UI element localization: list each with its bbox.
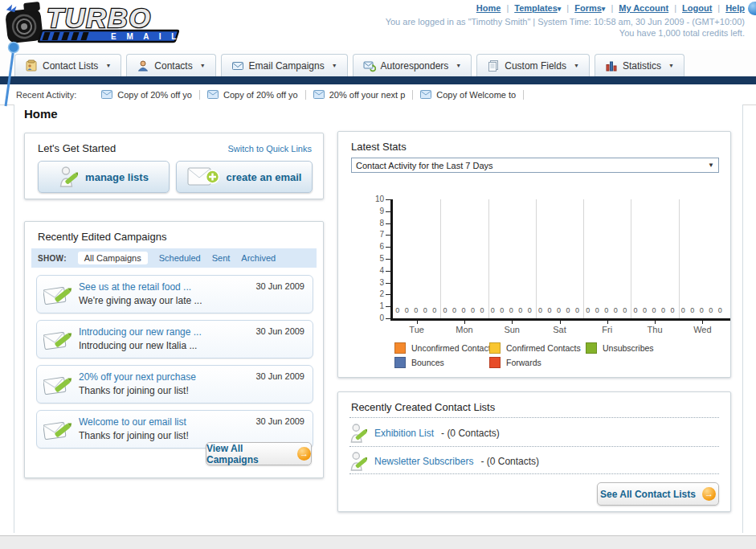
legend-label: Unsubscribes <box>603 343 654 353</box>
campaign-subtitle: Introducing our new Italia ... <box>79 340 197 351</box>
legend-swatch <box>586 342 597 354</box>
campaign-title-link[interactable]: Welcome to our email list <box>79 416 186 428</box>
contact-list-item[interactable]: Newsletter Subscribers - (0 Contacts) <box>349 451 539 472</box>
x-axis <box>390 318 730 321</box>
top-nav-link-label: Home <box>476 3 501 13</box>
dotted-divider <box>349 446 719 447</box>
campaign-title-link[interactable]: See us at the retail food ... <box>79 281 191 293</box>
legend-item: Confirmed Contacts <box>489 342 581 354</box>
gridline <box>488 199 489 318</box>
manage-lists-button[interactable]: manage lists <box>38 161 170 193</box>
top-nav-link-label: Help <box>725 3 745 13</box>
main-tab[interactable]: Contacts <box>126 54 215 76</box>
y-axis-tick-label: 6 <box>363 242 384 251</box>
campaign-title-link[interactable]: Introducing our new range ... <box>79 326 202 338</box>
login-status-text: You are logged in as "Timothy Smith" | S… <box>386 17 745 27</box>
main-tab-label: Contacts <box>154 60 192 72</box>
recent-activity-item-label: Copy of 20% off yo <box>223 90 298 100</box>
top-nav-link-label: Forms <box>574 3 605 13</box>
envelope-pencil-icon <box>43 282 74 306</box>
data-value-labels: 0 0 0 0 0 <box>394 306 439 314</box>
recent-activity-item[interactable]: 20% off your next p <box>306 90 414 100</box>
contacts-icon <box>137 59 149 72</box>
autoresponders-icon <box>363 59 376 72</box>
main-tab-bar: Contact Lists Contacts Email Campaigns A… <box>0 50 756 76</box>
campaign-filter[interactable]: Archived <box>241 253 276 263</box>
gridline <box>631 199 631 318</box>
recent-activity-item-label: 20% off your next p <box>329 90 406 100</box>
y-axis <box>390 199 393 321</box>
create-an-email-button[interactable]: create an email <box>176 161 313 193</box>
recent-activity-item[interactable]: Copy of 20% off yo <box>94 90 200 100</box>
main-tab[interactable]: Autoresponders <box>353 54 472 76</box>
campaign-date: 30 Jun 2009 <box>255 326 304 336</box>
view-all-campaigns-label: View All Campaigns <box>206 443 291 465</box>
top-nav-link[interactable]: Forms <box>574 3 619 13</box>
legend-item: Bounces <box>394 357 444 368</box>
main-tab[interactable]: Statistics <box>595 54 684 76</box>
y-axis-tick-label: 2 <box>363 289 384 298</box>
top-nav-link[interactable]: Logout <box>682 3 725 13</box>
contact-list-name-link[interactable]: Newsletter Subscribers <box>374 456 473 467</box>
logo-text-line2: E M A I L <box>111 32 180 41</box>
see-all-contact-lists-label: See All Contact Lists <box>600 489 696 500</box>
campaign-filter[interactable]: Sent <box>212 253 231 263</box>
gridline <box>583 199 584 318</box>
campaign-row[interactable]: 20% off your next purchase Thanks for jo… <box>36 365 313 404</box>
legend-label: Unconfirmed Contacts <box>411 343 495 353</box>
view-all-campaigns-button[interactable]: View All Campaigns → <box>206 442 312 465</box>
campaign-rows: See us at the retail food ... We're givi… <box>36 275 313 449</box>
mail-icon <box>207 90 219 99</box>
contact-list-item[interactable]: Exhibition List - (0 Contacts) <box>349 423 500 444</box>
campaign-filter[interactable]: Scheduled <box>159 253 201 263</box>
dotted-divider <box>349 473 719 474</box>
top-nav-link[interactable]: Home <box>476 3 514 13</box>
see-all-contact-lists-button[interactable]: See All Contact Lists → <box>597 482 719 506</box>
recent-activity-bar: Recent Activity: Copy of 20% off yo Copy… <box>0 84 756 105</box>
x-axis-tick <box>702 321 703 324</box>
switch-to-quick-links-link[interactable]: Switch to Quick Links <box>227 144 312 154</box>
campaign-title-link[interactable]: 20% off your next purchase <box>79 371 196 383</box>
campaigns-panel-title: Recently Edited Campaigns <box>38 231 166 243</box>
latest-stats-panel: Latest Stats Contact Activity for the La… <box>337 131 731 378</box>
get-started-panel: Let's Get Started Switch to Quick Links … <box>24 133 324 199</box>
person-pencil-icon <box>349 423 367 444</box>
recent-activity-items: Copy of 20% off yo Copy of 20% off yo 20… <box>94 90 524 100</box>
recently-edited-campaigns-panel: Recently Edited Campaigns SHOW: All Camp… <box>24 221 324 478</box>
envelope-pencil-icon <box>43 417 74 441</box>
create-email-button-label: create an email <box>227 171 302 183</box>
contact-list-name-link[interactable]: Exhibition List <box>374 428 434 439</box>
x-axis-tick <box>464 321 465 324</box>
main-tab[interactable]: Email Campaigns <box>221 54 348 76</box>
latest-stats-title: Latest Stats <box>351 141 407 153</box>
x-axis-tick-label: Tue <box>394 325 439 334</box>
person-pencil-icon <box>59 166 78 188</box>
campaign-subtitle: We're giving away our late ... <box>79 295 202 306</box>
main-tab[interactable]: Contact Lists <box>14 54 121 76</box>
custom-fields-icon <box>487 59 500 72</box>
main-tab[interactable]: Custom Fields <box>476 54 590 76</box>
top-nav-link[interactable]: My Account <box>619 3 682 13</box>
main-tab-label: Autoresponders <box>381 60 449 72</box>
stats-report-dropdown[interactable]: Contact Activity for the Last 7 Days ▼ <box>351 158 719 173</box>
data-value-labels: 0 0 0 0 0 <box>632 306 677 314</box>
data-value-labels: 0 0 0 0 0 <box>585 306 630 314</box>
gridline <box>679 199 680 318</box>
footer-strip <box>0 535 756 549</box>
top-nav-link[interactable]: Templates <box>514 3 574 13</box>
recent-activity-item[interactable]: Copy of 20% off yo <box>200 90 306 100</box>
campaign-row[interactable]: Introducing our new range ... Introducin… <box>36 320 313 358</box>
top-nav-link[interactable]: Help <box>725 3 745 13</box>
data-value-labels: 0 0 0 0 0 <box>537 306 582 314</box>
mail-icon <box>420 90 431 99</box>
recent-activity-item[interactable]: Copy of Welcome to <box>413 90 524 100</box>
logo-graphic: TURBO E M A I L <box>5 2 222 48</box>
contact-lists-icon <box>25 59 38 72</box>
campaign-subtitle: Thanks for joining our list! <box>79 430 189 441</box>
campaign-row[interactable]: See us at the retail food ... We're givi… <box>36 275 313 313</box>
help-bubble-icon[interactable] <box>748 2 756 15</box>
legend-item: Unsubscribes <box>586 342 654 354</box>
campaign-filter[interactable]: All Campaigns <box>78 252 148 264</box>
x-axis-tick-label: Sun <box>489 325 534 334</box>
legend-label: Forwards <box>506 358 541 367</box>
